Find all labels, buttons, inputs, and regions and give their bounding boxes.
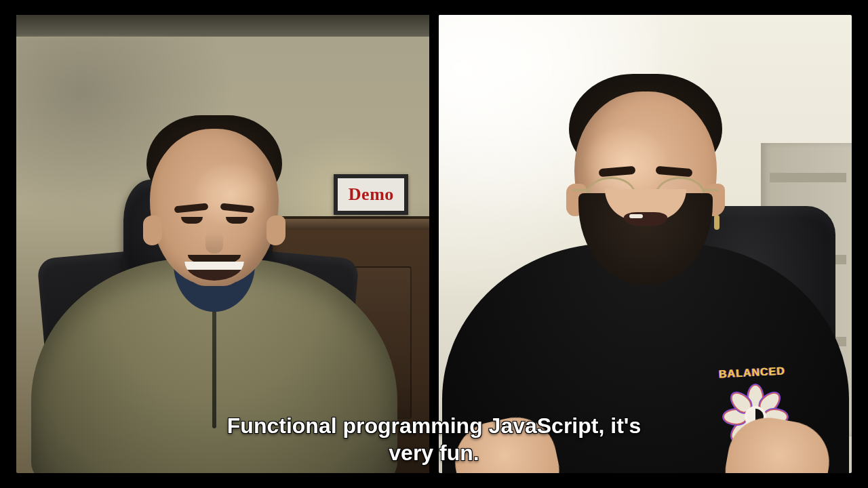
video-call-stage: Demo [16, 15, 852, 473]
office-chair [659, 206, 835, 436]
background-sign: Demo [334, 174, 408, 215]
cabinet: Demo [256, 216, 429, 473]
participant-tile-right[interactable]: BALANCED [439, 15, 852, 473]
participant-tile-left[interactable]: Demo [16, 15, 429, 473]
